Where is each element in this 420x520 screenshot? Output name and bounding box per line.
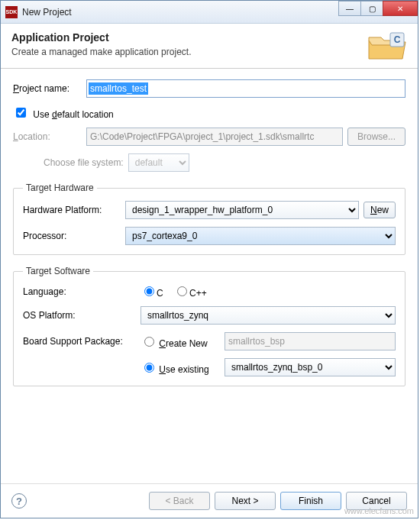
close-button[interactable]: ✕ [383,1,418,16]
hardware-platform-row: Hardware Platform: design_1_wrapper_hw_p… [23,201,396,219]
back-button: < Back [149,492,210,510]
browse-button: Browse... [347,128,405,146]
language-c-option[interactable]: C [141,288,163,299]
footer-bar: ? < Back Next > Finish Cancel [1,483,418,518]
processor-row: Processor: ps7_cortexa9_0 [23,227,396,245]
new-hw-button[interactable]: New [363,202,396,218]
location-input [86,128,343,146]
os-platform-row: OS Platform: smallrtos_zynq [23,306,396,325]
location-row: Location: Browse... [13,128,405,146]
help-icon[interactable]: ? [11,493,27,509]
next-button[interactable]: Next > [215,492,276,510]
bsp-existing-select[interactable]: smallrtos_zynq_bsp_0 [225,358,396,376]
use-default-location-label: Use default location [33,109,113,120]
bsp-existing-row: Use existing smallrtos_zynq_bsp_0 [23,358,396,376]
project-name-label: Project name: [13,83,82,94]
svg-text:C: C [394,34,401,45]
titlebar: SDK New Project — ▢ ✕ [1,1,418,24]
cancel-button[interactable]: Cancel [346,492,407,510]
bsp-label: Board Support Package: [23,336,136,347]
bsp-create-row: Board Support Package: Create New [23,332,396,350]
window-title: New Project [22,7,72,18]
maximize-button[interactable]: ▢ [360,1,383,16]
target-software-legend: Target Software [23,266,93,276]
location-label: Location: [13,131,82,142]
page-title: Application Project [11,31,407,44]
target-hardware-legend: Target Hardware [23,182,97,193]
sdk-icon: SDK [5,6,18,18]
hardware-platform-label: Hardware Platform: [23,205,121,215]
page-subtitle: Create a managed make application projec… [11,47,407,57]
window-buttons: — ▢ ✕ [339,1,418,16]
language-cpp-option[interactable]: C++ [173,288,207,299]
language-radio-group: C C++ [141,284,215,299]
minimize-button[interactable]: — [338,1,361,16]
language-label: Language: [23,286,136,297]
os-platform-select[interactable]: smallrtos_zynq [141,306,396,325]
project-name-row: Project name: smallrtos_test [13,79,405,98]
bsp-create-radio[interactable] [144,337,154,347]
bsp-existing-radio[interactable] [144,363,154,373]
language-row: Language: C C++ [23,284,396,299]
language-c-radio[interactable] [144,286,154,296]
processor-select[interactable]: ps7_cortexa9_0 [125,227,396,245]
header-panel: Application Project Create a managed mak… [1,24,418,69]
project-name-input[interactable]: smallrtos_test [86,79,405,98]
hardware-platform-select[interactable]: design_1_wrapper_hw_platform_0 [125,201,359,219]
bsp-existing-option[interactable]: Use existing [141,360,225,375]
bsp-create-option[interactable]: Create New [141,334,225,349]
finish-button[interactable]: Finish [280,492,341,510]
form-body: Project name: smallrtos_test Use default… [1,69,418,483]
processor-label: Processor: [23,231,121,241]
use-default-location-row: Use default location [13,105,405,120]
language-cpp-radio[interactable] [177,286,187,296]
use-default-location-checkbox[interactable] [16,108,26,118]
filesystem-label: Choose file system: [44,157,124,168]
os-platform-label: OS Platform: [23,310,136,321]
target-hardware-group: Target Hardware Hardware Platform: desig… [13,182,405,255]
filesystem-select: default [128,153,189,172]
filesystem-row: Choose file system: default [44,153,405,172]
target-software-group: Target Software Language: C C++ OS Platf… [13,266,405,386]
dialog-window: SDK New Project — ▢ ✕ Application Projec… [0,0,418,518]
project-name-value: smallrtos_test [89,82,148,95]
bsp-create-input [225,332,396,350]
folder-c-icon: C [367,31,407,62]
